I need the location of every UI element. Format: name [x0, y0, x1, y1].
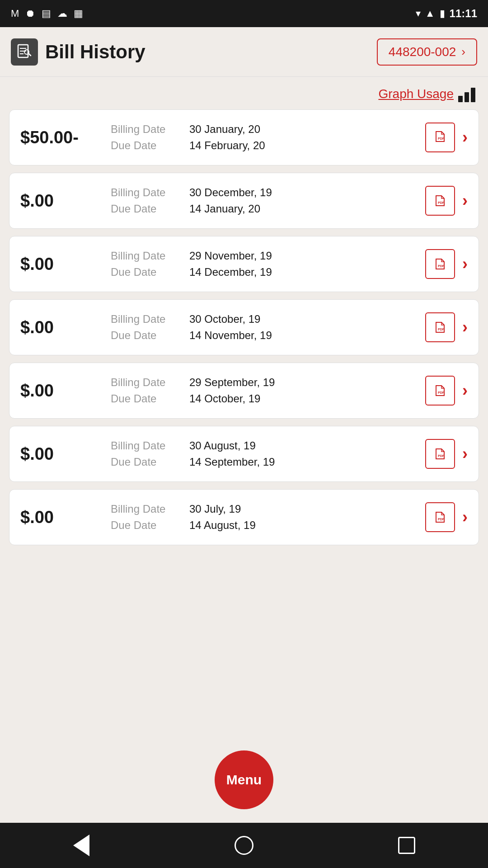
- card-chevron-4: ›: [462, 381, 468, 400]
- due-date-row-1: Due Date 14 January, 20: [111, 203, 425, 215]
- billing-date-row-0: Billing Date 30 January, 20: [111, 123, 425, 136]
- billing-label-2: Billing Date: [111, 250, 183, 262]
- billing-label-5: Billing Date: [111, 439, 183, 452]
- bill-amount-2: $.00: [20, 255, 111, 274]
- billing-value-3: 30 October, 19: [189, 313, 260, 326]
- bill-card-6[interactable]: $.00 Billing Date 30 July, 19 Due Date 1…: [9, 489, 479, 545]
- bill-amount-5: $.00: [20, 444, 111, 464]
- bill-dates-0: Billing Date 30 January, 20 Due Date 14 …: [111, 123, 425, 152]
- bar2: [465, 92, 469, 102]
- card-chevron-3: ›: [462, 318, 468, 337]
- bill-dates-2: Billing Date 29 November, 19 Due Date 14…: [111, 250, 425, 278]
- bill-amount-4: $.00: [20, 381, 111, 401]
- back-icon: [73, 835, 89, 856]
- calendar-icon: ▦: [74, 8, 83, 19]
- svg-text:PDF: PDF: [438, 201, 445, 204]
- billing-value-1: 30 December, 19: [189, 186, 272, 199]
- due-label-0: Due Date: [111, 139, 183, 152]
- due-date-row-4: Due Date 14 October, 19: [111, 392, 425, 405]
- due-label-1: Due Date: [111, 203, 183, 215]
- card-chevron-6: ›: [462, 508, 468, 527]
- pdf-button-2[interactable]: PDF: [425, 249, 455, 279]
- due-value-6: 14 August, 19: [189, 519, 256, 532]
- pdf-button-5[interactable]: PDF: [425, 439, 455, 469]
- billing-value-5: 30 August, 19: [189, 439, 256, 452]
- due-value-3: 14 November, 19: [189, 329, 272, 342]
- billing-date-row-5: Billing Date 30 August, 19: [111, 439, 425, 452]
- bill-card-3[interactable]: $.00 Billing Date 30 October, 19 Due Dat…: [9, 299, 479, 355]
- signal-icon: ▲: [425, 8, 435, 19]
- bill-card-1[interactable]: $.00 Billing Date 30 December, 19 Due Da…: [9, 173, 479, 229]
- bill-actions-1: PDF ›: [425, 186, 468, 216]
- due-value-1: 14 January, 20: [189, 203, 260, 215]
- recents-button[interactable]: [391, 830, 422, 861]
- bar3: [471, 88, 475, 102]
- battery-icon: ▮: [440, 8, 445, 19]
- pdf-button-4[interactable]: PDF: [425, 376, 455, 406]
- bill-actions-4: PDF ›: [425, 376, 468, 406]
- bill-dates-6: Billing Date 30 July, 19 Due Date 14 Aug…: [111, 503, 425, 532]
- storage-icon: ▤: [42, 8, 51, 19]
- due-label-2: Due Date: [111, 266, 183, 278]
- status-time: 11:11: [450, 7, 477, 20]
- billing-label-0: Billing Date: [111, 123, 183, 136]
- bill-amount-6: $.00: [20, 508, 111, 527]
- email-icon: M: [11, 8, 19, 19]
- bar1: [458, 96, 463, 102]
- billing-label-4: Billing Date: [111, 376, 183, 389]
- billing-label-3: Billing Date: [111, 313, 183, 326]
- graph-usage-row: Graph Usage: [0, 77, 488, 109]
- billing-value-2: 29 November, 19: [189, 250, 272, 262]
- status-bar: M ⏺ ▤ ☁ ▦ ▾ ▲ ▮ 11:11: [0, 0, 488, 27]
- pdf-button-3[interactable]: PDF: [425, 312, 455, 342]
- due-label-5: Due Date: [111, 456, 183, 468]
- back-button[interactable]: [66, 830, 97, 861]
- bill-list: $50.00- Billing Date 30 January, 20 Due …: [0, 109, 488, 741]
- bill-actions-3: PDF ›: [425, 312, 468, 342]
- svg-text:PDF: PDF: [438, 518, 445, 521]
- pdf-button-0[interactable]: PDF: [425, 123, 455, 152]
- bill-card-5[interactable]: $.00 Billing Date 30 August, 19 Due Date…: [9, 426, 479, 482]
- menu-container: Menu: [0, 741, 488, 823]
- bill-actions-0: PDF ›: [425, 123, 468, 152]
- menu-button[interactable]: Menu: [215, 750, 273, 809]
- cloud-icon: ☁: [57, 8, 67, 19]
- account-number-button[interactable]: 448200-002 ›: [377, 38, 477, 66]
- svg-text:PDF: PDF: [438, 137, 445, 140]
- svg-text:PDF: PDF: [438, 454, 445, 458]
- header-left: Bill History: [11, 38, 145, 66]
- billing-date-row-2: Billing Date 29 November, 19: [111, 250, 425, 262]
- bill-card-2[interactable]: $.00 Billing Date 29 November, 19 Due Da…: [9, 236, 479, 292]
- due-value-4: 14 October, 19: [189, 392, 260, 405]
- bill-amount-1: $.00: [20, 191, 111, 211]
- svg-text:PDF: PDF: [438, 391, 445, 394]
- pdf-button-1[interactable]: PDF: [425, 186, 455, 216]
- pdf-button-6[interactable]: PDF: [425, 502, 455, 532]
- due-date-row-2: Due Date 14 December, 19: [111, 266, 425, 278]
- bill-dates-4: Billing Date 29 September, 19 Due Date 1…: [111, 376, 425, 405]
- due-value-5: 14 September, 19: [189, 456, 275, 468]
- bill-actions-6: PDF ›: [425, 502, 468, 532]
- due-label-6: Due Date: [111, 519, 183, 532]
- bill-actions-2: PDF ›: [425, 249, 468, 279]
- card-chevron-1: ›: [462, 191, 468, 210]
- graph-usage-link[interactable]: Graph Usage: [378, 87, 454, 101]
- svg-text:PDF: PDF: [438, 328, 445, 331]
- bill-amount-3: $.00: [20, 318, 111, 337]
- bill-actions-5: PDF ›: [425, 439, 468, 469]
- bill-icon: [11, 38, 38, 66]
- home-button[interactable]: [228, 830, 260, 861]
- recents-icon: [398, 837, 415, 854]
- bill-amount-0: $50.00-: [20, 128, 111, 147]
- due-value-2: 14 December, 19: [189, 266, 272, 278]
- status-right: ▾ ▲ ▮ 11:11: [416, 7, 477, 20]
- bill-card-0[interactable]: $50.00- Billing Date 30 January, 20 Due …: [9, 109, 479, 165]
- bill-dates-1: Billing Date 30 December, 19 Due Date 14…: [111, 186, 425, 215]
- wifi-icon: ▾: [416, 8, 421, 19]
- billing-value-0: 30 January, 20: [189, 123, 260, 136]
- card-chevron-2: ›: [462, 255, 468, 274]
- bill-dates-5: Billing Date 30 August, 19 Due Date 14 S…: [111, 439, 425, 468]
- bill-card-4[interactable]: $.00 Billing Date 29 September, 19 Due D…: [9, 363, 479, 419]
- billing-date-row-3: Billing Date 30 October, 19: [111, 313, 425, 326]
- billing-label-1: Billing Date: [111, 186, 183, 199]
